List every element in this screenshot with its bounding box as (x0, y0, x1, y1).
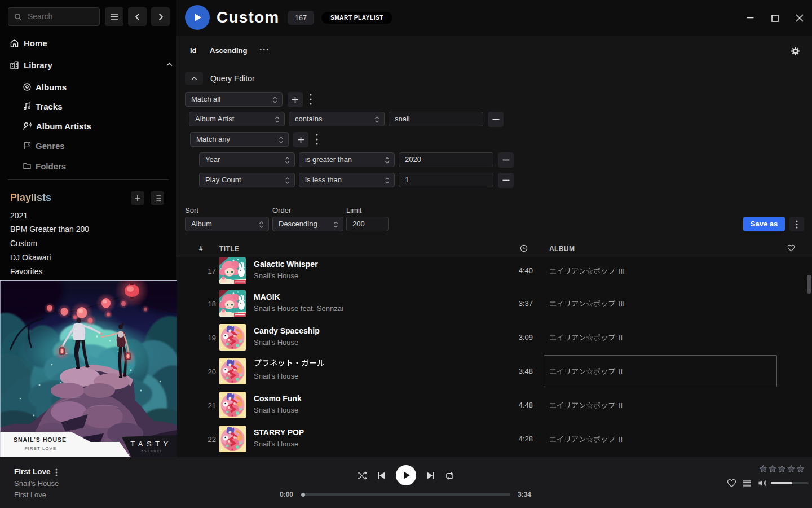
svg-text:TASTY: TASTY (130, 440, 171, 448)
svg-text:FIRST LOVE: FIRST LOVE (25, 446, 57, 451)
svg-text:SNAIL’S HOUSE: SNAIL’S HOUSE (14, 436, 67, 443)
svg-text:BSTNNXI: BSTNNXI (141, 449, 162, 453)
